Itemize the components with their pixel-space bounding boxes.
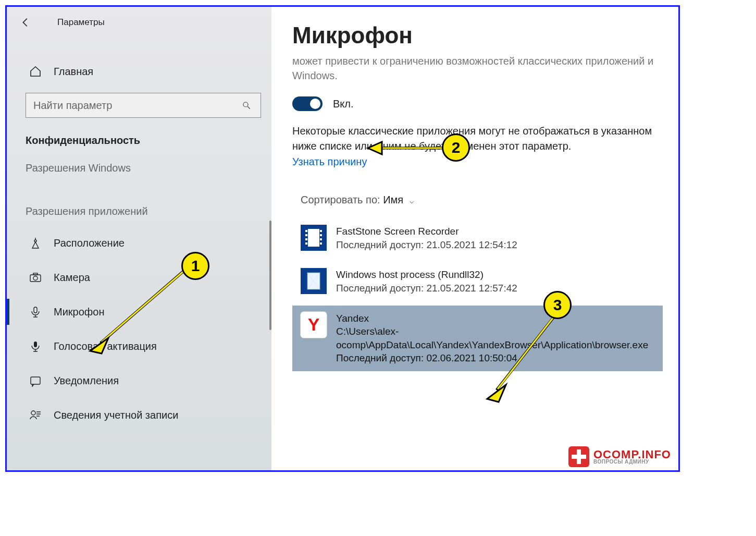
- voice-icon: [29, 339, 42, 353]
- app-row-rundll32[interactable]: Windows host process (Rundll32) Последни…: [292, 262, 663, 301]
- svg-point-4: [33, 276, 38, 281]
- svg-line-24: [102, 270, 185, 342]
- nav-home[interactable]: Главная: [7, 56, 271, 87]
- sidebar-item-account-info[interactable]: Сведения учетной записи: [7, 398, 271, 432]
- camera-icon: [29, 271, 42, 284]
- svg-rect-7: [34, 342, 37, 347]
- svg-rect-20: [320, 242, 322, 245]
- annotation-badge-1: 1: [181, 252, 209, 280]
- svg-rect-6: [34, 307, 37, 313]
- svg-rect-14: [305, 234, 307, 236]
- svg-line-30: [498, 318, 553, 389]
- account-icon: [29, 408, 42, 422]
- app-last-access: Последний доступ: 21.05.2021 12:54:12: [336, 238, 517, 252]
- sidebar-section-title: Конфиденциальность: [7, 124, 271, 152]
- sidebar-item-label: Расположение: [54, 237, 125, 249]
- sidebar-group-windows: Разрешения Windows: [7, 152, 271, 179]
- home-icon: [29, 65, 42, 78]
- app-name: FastStone Screen Recorder: [336, 225, 517, 238]
- svg-marker-28: [368, 142, 382, 154]
- location-icon: [29, 236, 42, 250]
- svg-rect-18: [320, 234, 322, 236]
- annotation-arrow-3: [481, 309, 564, 403]
- watermark: OCOMP.INFO ВОПРОСЫ АДМИНУ: [568, 446, 671, 467]
- yandex-icon: Y: [301, 312, 327, 338]
- annotation-badge-2: 2: [442, 133, 470, 162]
- film-icon: [301, 225, 327, 251]
- page-title: Микрофон: [292, 22, 663, 48]
- svg-line-1: [247, 106, 250, 109]
- svg-marker-25: [90, 338, 108, 354]
- learn-why-link[interactable]: Узнать причину: [292, 156, 367, 168]
- sort-control[interactable]: Сортировать по: Имя ⌵: [292, 194, 663, 206]
- main-content: Микрофон может привести к ограничению во…: [271, 7, 678, 470]
- watermark-cross-icon: [568, 446, 589, 467]
- app-row-yandex[interactable]: Y Yandex C:\Users\alex-ocomp\AppData\Loc…: [292, 306, 663, 372]
- app-list: FastStone Screen Recorder Последний дост…: [292, 218, 663, 371]
- svg-rect-13: [305, 230, 307, 232]
- svg-text:Y: Y: [308, 314, 320, 334]
- nav-home-label: Главная: [54, 66, 93, 78]
- sidebar-item-location[interactable]: Расположение: [7, 226, 271, 260]
- annotation-badge-3: 3: [543, 291, 572, 319]
- settings-window: Параметры Главная Найти параметр Конфиде…: [5, 5, 680, 472]
- sort-value: Имя: [383, 194, 403, 205]
- svg-rect-17: [320, 230, 322, 232]
- search-input[interactable]: Найти параметр: [26, 93, 261, 118]
- back-button[interactable]: [17, 14, 34, 31]
- svg-rect-5: [33, 273, 38, 275]
- microphone-icon: [29, 305, 42, 319]
- annotation-arrow-1: [85, 262, 194, 356]
- app-name: Windows host process (Rundll32): [336, 268, 517, 282]
- svg-rect-15: [305, 238, 307, 240]
- annotation-arrow-2: [365, 139, 449, 160]
- svg-rect-8: [31, 377, 40, 384]
- chevron-down-icon: ⌵: [410, 197, 414, 205]
- note-text: Некоторые классические приложения могут …: [292, 124, 663, 154]
- sidebar-item-label: Уведомления: [54, 375, 119, 387]
- svg-rect-16: [305, 242, 307, 245]
- app-row-faststone[interactable]: FastStone Screen Recorder Последний дост…: [292, 218, 663, 258]
- search-placeholder: Найти параметр: [33, 100, 112, 112]
- arrow-left-icon: [20, 17, 31, 28]
- toggle-label: Вкл.: [333, 98, 354, 110]
- svg-point-9: [31, 411, 35, 415]
- svg-rect-19: [320, 238, 322, 240]
- file-icon: [301, 268, 327, 294]
- sidebar-item-notifications[interactable]: Уведомления: [7, 363, 271, 398]
- sort-label: Сортировать по:: [301, 194, 380, 205]
- svg-marker-31: [487, 385, 506, 402]
- mic-access-toggle[interactable]: [292, 96, 323, 111]
- sidebar: Параметры Главная Найти параметр Конфиде…: [7, 7, 271, 470]
- app-title: Параметры: [57, 17, 105, 28]
- svg-rect-10: [308, 229, 319, 247]
- sidebar-group-apps: Разрешения приложений: [7, 195, 271, 223]
- sidebar-item-label: Сведения учетной записи: [54, 409, 178, 421]
- app-last-access: Последний доступ: 21.05.2021 12:57:42: [336, 282, 517, 295]
- search-icon: [242, 101, 251, 110]
- description-text: может привести к ограничению возможносте…: [292, 54, 663, 83]
- notification-icon: [29, 374, 42, 387]
- svg-point-0: [243, 102, 248, 107]
